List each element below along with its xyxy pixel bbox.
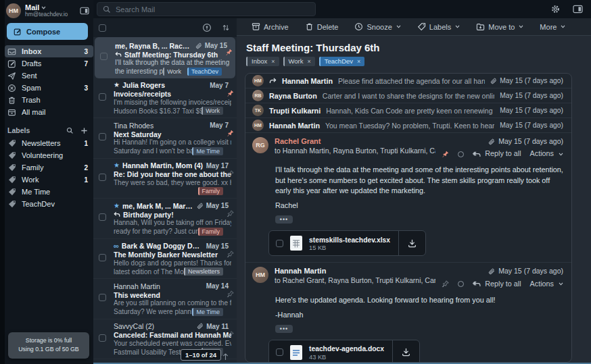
star-icon[interactable]: ★ — [114, 82, 120, 88]
remove-label-icon[interactable]: × — [357, 57, 360, 66]
add-label-icon[interactable] — [80, 127, 88, 134]
sidebar-item-all-mail[interactable]: All mail — [5, 106, 93, 118]
sidebar-item-drafts[interactable]: Drafts7 — [5, 57, 93, 70]
labels-button[interactable]: Labels — [417, 22, 460, 31]
email-checkbox[interactable] — [99, 294, 106, 301]
list-item[interactable]: Hannah MartinMay 14 This weekend Are you… — [93, 279, 237, 319]
collapsed-message[interactable]: HM Hannah Martin You mean Tuesday? No pr… — [245, 118, 571, 133]
label-chip-me-time[interactable]: Me Time — [192, 147, 223, 155]
list-item[interactable]: ★Julia RogersMay 7 Invoices/receipts I'm… — [93, 78, 237, 119]
show-quoted-text-button[interactable]: ••• — [275, 215, 293, 224]
list-item[interactable]: ★Hannah Martin, Mom (4)May 17 Re: Did yo… — [93, 159, 237, 199]
email-checkbox[interactable] — [99, 254, 106, 261]
collapse-sidebar-icon[interactable] — [80, 7, 89, 15]
list-item[interactable]: ∞Bark & Wag Doggy DaycareMay 15 The Mont… — [93, 239, 237, 280]
snooze-button[interactable]: Snooze — [354, 22, 400, 31]
list-item[interactable]: Tina RhodesMay 7 Next Saturday Hi Hannah… — [93, 118, 237, 159]
label-chip-family[interactable]: Family — [198, 228, 224, 236]
settings-gear-icon[interactable] — [550, 4, 561, 14]
list-item[interactable]: me, Rayna B, ... Rachel G (6) May 15 Sta… — [95, 37, 235, 78]
sidebar-item-trash[interactable]: Trash — [5, 94, 93, 106]
account-avatar[interactable]: HM — [6, 3, 21, 18]
sidebar-label-me-time[interactable]: Me Time — [5, 186, 93, 198]
pin-icon[interactable] — [442, 151, 449, 158]
attachment-card[interactable]: teachdev-agenda.docx43 KB — [268, 340, 420, 363]
sidebar-label-newsletters[interactable]: Newsletters1 — [5, 137, 93, 149]
pin-icon[interactable] — [225, 49, 233, 56]
reply-to-all-button[interactable]: Reply to all — [473, 149, 521, 158]
label-chip-work[interactable]: Work — [202, 107, 223, 115]
read-status-icon[interactable] — [458, 151, 464, 157]
sidebar-item-inbox[interactable]: Inbox3 — [5, 45, 93, 57]
remove-label-icon[interactable]: × — [308, 57, 311, 66]
actions-menu-button[interactable]: Actions — [530, 149, 563, 158]
reply-to-all-button[interactable]: Reply to all — [473, 280, 521, 288]
read-status-icon[interactable] — [458, 281, 464, 287]
pin-icon[interactable] — [227, 331, 234, 338]
email-subject: The Monthly Barker Newsletter — [114, 251, 218, 259]
label-chip-newsletters[interactable]: Newsletters — [184, 267, 223, 276]
attachment-icon — [195, 43, 202, 49]
download-icon[interactable] — [392, 340, 419, 363]
search-labels-icon[interactable] — [66, 127, 74, 134]
expanded-message: RG Rachel Grant to Hannah Martin, Rayna … — [245, 133, 571, 263]
search-bar[interactable] — [97, 2, 316, 16]
email-checkbox[interactable] — [99, 213, 106, 221]
attachment-checkbox[interactable] — [276, 240, 283, 247]
pin-icon[interactable] — [227, 130, 234, 137]
show-quoted-text-button[interactable]: ••• — [275, 325, 293, 333]
search-input[interactable] — [116, 5, 310, 14]
label-chip-inbox[interactable]: Inbox× — [246, 57, 279, 66]
sidebar-item-sent[interactable]: Sent — [5, 70, 93, 82]
email-checkbox[interactable] — [100, 53, 108, 60]
pin-icon[interactable] — [227, 170, 234, 178]
label-chip-teachdev[interactable]: TeachDev× — [319, 57, 365, 66]
attachment-checkbox[interactable] — [276, 348, 283, 356]
sidebar-label-family[interactable]: Family2 — [5, 161, 93, 174]
label-chip-family[interactable]: Family — [198, 187, 224, 195]
mail-app-window: HM Mail hm@teachdev.io Compose Inbox3 Dr… — [0, 0, 591, 364]
label-chip-work[interactable]: Work — [163, 68, 185, 76]
actions-menu-button[interactable]: Actions — [530, 280, 563, 288]
remove-label-icon[interactable]: × — [271, 57, 275, 66]
pinned-filter-icon[interactable] — [202, 23, 212, 32]
archive-button[interactable]: Archive — [252, 22, 289, 31]
download-icon[interactable] — [398, 231, 425, 255]
message-recipients[interactable]: to Rachel Grant, Rayna Burton, Trupti Ku… — [275, 276, 435, 285]
collapsed-message[interactable]: RB Rayna Burton Carter and I want to sha… — [245, 88, 571, 103]
pin-icon[interactable] — [227, 210, 234, 217]
message-sender[interactable]: Hannah Martin — [275, 267, 435, 276]
email-checkbox[interactable] — [99, 174, 106, 181]
list-item[interactable]: ★me, Mark M, ... Mary G (8) May 15 Birth… — [93, 199, 237, 239]
email-checkbox[interactable] — [99, 93, 106, 101]
star-icon[interactable]: ★ — [114, 203, 120, 209]
pin-icon[interactable] — [227, 290, 234, 298]
compose-button[interactable]: Compose — [7, 23, 88, 40]
attachment-card[interactable]: stemskills-teachdev.xlsx15 KB — [268, 230, 426, 256]
toggle-panel-icon[interactable] — [573, 5, 583, 14]
move-to-button[interactable]: Move to — [476, 22, 523, 31]
message-sender[interactable]: Rachel Grant — [275, 137, 435, 147]
pin-icon[interactable] — [442, 280, 449, 288]
delete-button[interactable]: Delete — [305, 22, 339, 31]
pin-icon[interactable] — [227, 251, 234, 258]
label-chip-teachdev[interactable]: TeachDev — [187, 68, 222, 76]
message-recipients[interactable]: to Hannah Martin, Rayna Burton, Trupti K… — [275, 147, 435, 155]
more-button[interactable]: More — [540, 23, 565, 31]
sidebar-label-teachdev[interactable]: TeachDev — [5, 198, 93, 210]
sidebar-label-volunteering[interactable]: Volunteering — [5, 149, 93, 161]
select-all-checkbox[interactable] — [99, 24, 106, 32]
sidebar-label-work[interactable]: Work1 — [5, 174, 93, 186]
sidebar-item-spam[interactable]: Spam3 — [5, 82, 93, 94]
label-chip-me-time[interactable]: Me Time — [192, 308, 223, 316]
pin-icon[interactable] — [227, 90, 234, 97]
tag-icon — [7, 139, 16, 147]
sort-icon[interactable] — [222, 24, 230, 32]
scroll-top-icon[interactable] — [222, 353, 229, 361]
email-checkbox[interactable] — [99, 334, 106, 342]
collapsed-message[interactable]: TK Trupti Kulkarni Hannah, Kids Can Code… — [245, 103, 571, 118]
collapsed-message[interactable]: HM Hannah Martin Please find attached th… — [245, 74, 571, 88]
email-checkbox[interactable] — [99, 133, 106, 140]
label-chip-work[interactable]: Work× — [283, 57, 315, 66]
star-icon[interactable]: ★ — [114, 162, 120, 169]
